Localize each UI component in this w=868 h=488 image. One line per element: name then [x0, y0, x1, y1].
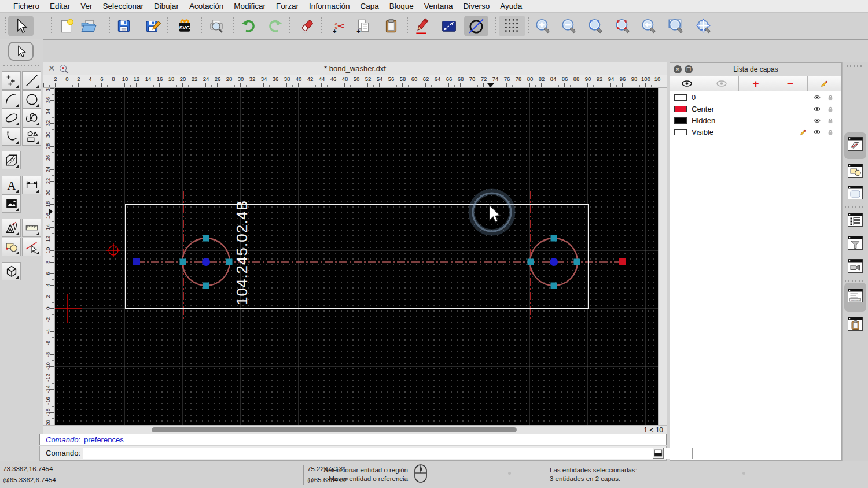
menu-bloque[interactable]: Bloque — [384, 2, 419, 10]
hide-all-layers-button[interactable] — [704, 76, 738, 91]
tool-hatch[interactable] — [2, 151, 21, 169]
palette-drag-handle[interactable] — [3, 65, 39, 66]
zoom-previous-button[interactable] — [638, 16, 659, 36]
command-input[interactable] — [83, 448, 693, 459]
drawing-canvas[interactable]: 104.245.02.4B — [55, 88, 658, 425]
dock-command-widget[interactable]: command — [847, 287, 864, 304]
layer-row-visible[interactable]: Visible — [670, 126, 841, 138]
layer-lock-icon[interactable] — [827, 94, 837, 101]
menu-forzar[interactable]: Forzar — [271, 2, 304, 10]
cut-button[interactable]: ✂+ — [329, 16, 350, 36]
menu-acotacion[interactable]: Acotación — [184, 2, 229, 10]
delete-button[interactable] — [297, 16, 318, 36]
tool-circle[interactable] — [22, 90, 41, 109]
ruler-label: 28 — [45, 141, 50, 152]
zoom-selected-button[interactable] — [612, 16, 633, 36]
save-button[interactable] — [113, 16, 134, 36]
menu-bar: FicheroEditarVerSeleccionarDibujarAcotac… — [0, 0, 868, 13]
grid-toggle-button[interactable] — [499, 16, 525, 36]
select-pointer-button[interactable] — [8, 16, 34, 36]
menu-editar[interactable]: Editar — [45, 2, 75, 10]
relative-zero-marker — [106, 243, 120, 257]
menu-ver[interactable]: Ver — [75, 2, 97, 10]
layer-lock-icon[interactable] — [827, 105, 837, 113]
tool-arc[interactable] — [2, 90, 21, 109]
tool-3d-box[interactable] — [2, 262, 21, 280]
layer-row-center[interactable]: Center — [670, 103, 841, 114]
svg-export-button[interactable]: SVG — [174, 16, 195, 36]
dock-filter-icon — [847, 234, 864, 252]
zoom-window-button[interactable] — [665, 16, 686, 36]
ruler-label: 16 — [154, 76, 165, 82]
layer-visibility-eye-icon[interactable] — [814, 105, 824, 113]
menu-ventana[interactable]: Ventana — [419, 2, 458, 10]
attributes-button[interactable] — [411, 16, 432, 36]
undo-button[interactable] — [238, 16, 259, 36]
menu-diverso[interactable]: Diverso — [458, 2, 495, 10]
dock-clipboard[interactable] — [847, 315, 864, 332]
horizontal-scrollbar[interactable]: 1 < 10 — [43, 425, 667, 434]
layer-visibility-eye-icon[interactable] — [814, 94, 824, 101]
save-as-button[interactable] — [142, 16, 163, 36]
dock-drag-handle[interactable] — [847, 65, 864, 67]
tool-line[interactable] — [22, 71, 41, 90]
vertical-scrollbar[interactable] — [658, 88, 667, 425]
menu-informacion[interactable]: Información — [304, 2, 355, 10]
palette-select-button[interactable] — [8, 42, 34, 61]
dock-selection-filter[interactable] — [847, 234, 864, 252]
tool-image[interactable] — [2, 194, 21, 213]
tool-points[interactable] — [2, 71, 21, 90]
zoom-out-button[interactable] — [558, 16, 579, 36]
command-keyboard-toggle-icon[interactable] — [653, 448, 664, 459]
dock-named-views[interactable] — [847, 257, 864, 275]
open-drawing-button[interactable] — [78, 16, 99, 36]
tool-spline[interactable] — [22, 109, 41, 127]
layer-row-0[interactable]: 0 — [670, 91, 841, 103]
tool-dimension[interactable] — [22, 176, 41, 194]
menu-modificar[interactable]: Modificar — [229, 2, 271, 10]
dock-layer-list[interactable] — [847, 135, 864, 153]
menu-fichero[interactable]: Fichero — [8, 2, 45, 10]
menu-dibujar[interactable]: Dibujar — [149, 2, 184, 10]
edit-layer-button[interactable] — [808, 76, 841, 91]
layer-lock-icon[interactable] — [827, 117, 837, 124]
layer-visibility-eye-icon[interactable] — [814, 117, 824, 124]
menu-ayuda[interactable]: Ayuda — [495, 2, 527, 10]
scrollbar-thumb[interactable] — [152, 427, 517, 432]
tool-ellipse[interactable] — [2, 109, 21, 127]
new-drawing-button[interactable] — [56, 16, 77, 36]
measure-icon — [24, 220, 39, 235]
remove-layer-button[interactable]: − — [773, 76, 807, 91]
zoom-pan-button[interactable] — [693, 16, 714, 36]
ruler-label: 12 — [131, 76, 142, 82]
toolbar-separator — [5, 17, 6, 35]
paste-button[interactable] — [381, 16, 402, 36]
redo-button[interactable] — [265, 16, 286, 36]
tool-measure[interactable] — [22, 219, 41, 237]
layer-visibility-eye-icon[interactable] — [814, 128, 824, 136]
menu-capa[interactable]: Capa — [355, 2, 384, 10]
add-layer-button[interactable]: + — [739, 76, 773, 91]
show-all-layers-button[interactable] — [670, 76, 704, 91]
zoom-in-button[interactable] — [532, 16, 553, 36]
print-preview-button[interactable] — [206, 16, 227, 36]
tool-block[interactable] — [2, 238, 21, 256]
tool-polyline[interactable] — [2, 127, 21, 146]
washer-outline-rect — [126, 204, 589, 308]
ruler-label: 4 — [45, 279, 50, 291]
layer-row-hidden[interactable]: Hidden — [670, 114, 841, 126]
deselect-all-button[interactable] — [464, 16, 488, 36]
tool-polygon[interactable] — [22, 127, 41, 146]
dock-block-list[interactable] — [847, 162, 864, 179]
layer-lock-icon[interactable] — [827, 128, 837, 136]
menu-seleccionar[interactable]: Seleccionar — [98, 2, 149, 10]
tool-select-entity[interactable] — [22, 238, 41, 256]
tool-text[interactable]: A — [2, 176, 21, 194]
dock-library-browser[interactable] — [847, 184, 864, 201]
dock-entity-list[interactable] — [847, 211, 864, 228]
properties-button[interactable] — [439, 16, 459, 36]
tool-modify[interactable] — [2, 219, 21, 237]
command-prompt-label: Comando: — [46, 449, 80, 457]
zoom-auto-button[interactable] — [585, 16, 606, 36]
copy-button[interactable]: + — [353, 16, 374, 36]
